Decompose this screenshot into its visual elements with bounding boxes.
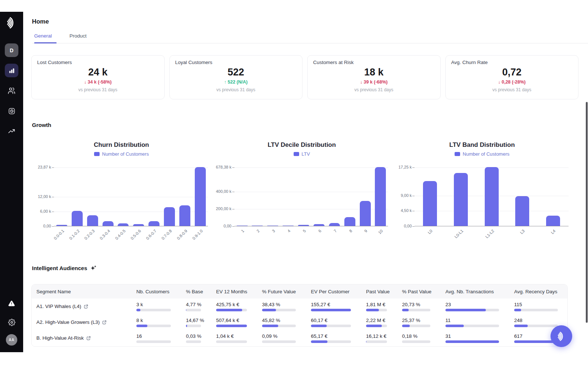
x-tick-label: 0.0-0.1 <box>53 229 65 241</box>
y-tick-label: 12,00 k <box>38 194 51 199</box>
bar-slot <box>311 224 327 226</box>
y-tick-label: 17,25 k <box>398 165 412 169</box>
progress-fill <box>366 325 382 327</box>
sidebar-item-analytics[interactable] <box>5 64 18 77</box>
bar <box>179 205 190 226</box>
bar <box>360 201 371 226</box>
y-tick-label: 200,00 k <box>216 206 231 211</box>
y-tick-label: 0,00 <box>43 224 51 228</box>
table-row[interactable]: B. High-Value At-Risk160,03 %1,04 k €0,0… <box>32 330 567 346</box>
audiences-heading-label: Intelligent Audiences <box>32 265 87 271</box>
y-tick-label: 23,87 k <box>38 165 51 169</box>
kpi-delta: ↓ 0,28 (-28%) <box>451 79 573 85</box>
legend-label: LTV <box>302 151 310 157</box>
chart-title: LTV Decile Distribution <box>212 141 392 149</box>
progress-track <box>262 309 296 311</box>
progress-track <box>262 340 296 343</box>
tab-general[interactable]: General <box>34 33 52 39</box>
x-axis: L0L0-L1L1-L2L3L4 <box>415 226 569 245</box>
kpi-subtitle: vs previous 31 days <box>313 87 435 92</box>
x-slot: 4 <box>280 226 296 245</box>
segment-name-link[interactable]: A1. VIP Whales (L4) <box>36 304 132 309</box>
segment-name-cell: A1. VIP Whales (L4) <box>32 304 132 309</box>
table-row[interactable]: A1. VIP Whales (L4)3 k4,77 %425,75 k €38… <box>32 298 567 314</box>
clock-square-icon <box>8 107 15 115</box>
progress-fill <box>514 325 528 327</box>
bar-slot <box>250 226 265 226</box>
metric-cell: 425,75 k € <box>211 302 257 311</box>
segment-name-cell: A2. High-Value Growers (L3) <box>32 319 132 325</box>
progress-track <box>136 325 171 327</box>
x-slot: 0.7-0.8 <box>162 226 177 245</box>
chart-card: LTV Band DistributionNumber of Customers… <box>392 141 572 245</box>
kpi-value: 24 k <box>37 67 159 78</box>
sidebar-item-trends[interactable] <box>5 124 18 138</box>
x-tick-label: 7 <box>333 229 338 233</box>
metric-value: 16 <box>136 333 181 339</box>
sidebar-item-settings[interactable] <box>5 315 18 329</box>
sidebar-item-history[interactable] <box>5 104 18 118</box>
bar-slot <box>327 223 342 226</box>
kpi-delta: ↓ 34 k (-58%) <box>37 79 159 85</box>
progress-fill <box>216 309 242 311</box>
x-tick-label: 0.1-0.2 <box>68 229 80 241</box>
assistant-fab-button[interactable] <box>551 325 572 347</box>
user-avatar[interactable]: AA <box>6 334 17 346</box>
kpi-subtitle: vs previous 31 days <box>451 87 573 92</box>
bar-slot <box>538 216 569 226</box>
column-header: Past Value <box>361 289 397 294</box>
bar <box>485 167 499 226</box>
progress-fill <box>366 309 379 311</box>
x-slot: 5 <box>296 226 311 245</box>
x-slot: 2 <box>250 226 265 245</box>
kpi-subtitle: vs previous 31 days <box>37 87 159 92</box>
bar <box>237 226 248 226</box>
bar <box>283 226 294 226</box>
tab-product[interactable]: Product <box>69 33 87 39</box>
column-header: % Base <box>181 289 211 294</box>
kpi-card: Customers at Risk18 k↓ 39 k (-68%)vs pre… <box>307 55 441 99</box>
plot-canvas <box>234 167 388 226</box>
bar <box>329 223 340 226</box>
y-tick-label: 9,00 k <box>401 193 412 198</box>
progress-fill <box>311 309 351 311</box>
bar <box>515 196 529 226</box>
bar <box>164 207 175 226</box>
metric-value: 1,04 k € <box>216 333 257 339</box>
table-row[interactable]: A2. High-Value Growers (L3)8 k14,67 %507… <box>32 314 567 330</box>
x-slot: 0.9-1.0 <box>193 226 208 245</box>
progress-fill <box>136 325 147 327</box>
segment-name-link[interactable]: B. High-Value At-Risk <box>36 335 132 341</box>
metric-cell: 11 <box>441 318 509 327</box>
x-slot: L3 <box>507 226 538 245</box>
x-slot: 1 <box>234 226 250 245</box>
y-tick-label: 0,00 <box>223 224 231 228</box>
metric-cell: 115 <box>509 302 568 311</box>
metric-cell: 1,04 k € <box>211 333 257 343</box>
workspace-avatar[interactable]: D <box>5 43 18 57</box>
bar <box>103 221 114 226</box>
x-slot: 0.0-0.1 <box>54 226 69 245</box>
metric-value: 14,67 % <box>186 318 211 323</box>
vertical-scrollbar-thumb[interactable] <box>586 102 588 323</box>
metric-cell: 60,17 € <box>306 318 361 327</box>
column-header: Segment Name <box>32 289 132 294</box>
external-link-icon <box>102 320 107 325</box>
progress-track <box>186 325 201 327</box>
y-tick-label: 4,50 k <box>401 208 412 213</box>
metric-value: 115 <box>514 302 568 307</box>
kpi-card: Avg. Churn Rate0,72↓ 0,28 (-28%)vs previ… <box>445 55 579 99</box>
external-link-icon <box>86 336 91 340</box>
progress-track <box>136 340 171 343</box>
bar <box>423 181 437 226</box>
sidebar-item-customers[interactable] <box>5 84 18 98</box>
sidebar-item-alerts[interactable] <box>5 297 18 310</box>
metric-value: 425,75 k € <box>216 302 257 307</box>
metric-value: 25,37 % <box>402 318 441 323</box>
bar-slot <box>116 223 131 226</box>
chart-title: LTV Band Distribution <box>392 141 572 149</box>
y-tick-label: 678,38 k <box>216 165 231 169</box>
metric-cell: 4,77 % <box>181 302 211 311</box>
segment-name-link[interactable]: A2. High-Value Growers (L3) <box>36 319 132 325</box>
kpi-title: Loyal Customers <box>175 60 297 65</box>
